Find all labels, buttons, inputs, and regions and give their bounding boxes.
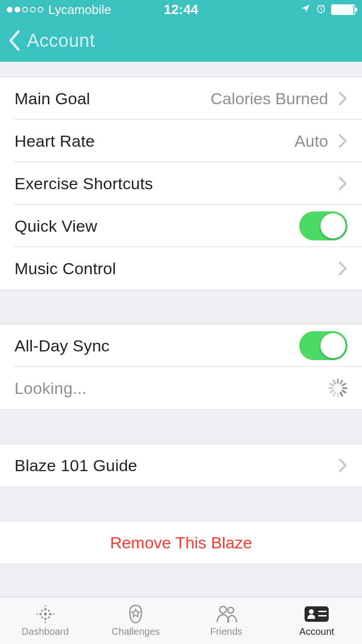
alarm-icon (316, 2, 326, 17)
status-left: Lycamobile (7, 2, 111, 17)
row-label: Heart Rate (14, 132, 294, 151)
clock-label: 12:44 (164, 2, 198, 17)
svg-point-17 (309, 609, 314, 614)
quick-view-toggle[interactable] (299, 211, 348, 240)
page-title: Account (27, 30, 95, 51)
row-value: Auto (294, 132, 328, 151)
svg-point-4 (39, 613, 42, 616)
svg-point-15 (228, 607, 234, 613)
challenges-icon (123, 604, 149, 624)
chevron-right-icon (338, 91, 348, 106)
svg-point-10 (44, 605, 46, 606)
tab-bar: Dashboard Challenges Friends (0, 597, 362, 644)
remove-group: Remove This Blaze (0, 521, 362, 564)
svg-point-14 (220, 606, 226, 613)
tab-account[interactable]: Account (272, 597, 362, 644)
guide-group: Blaze 101 Guide (0, 444, 362, 487)
settings-group: Main Goal Calories Burned Heart Rate Aut… (0, 77, 362, 290)
row-blaze-guide[interactable]: Blaze 101 Guide (0, 444, 362, 487)
chevron-right-icon (338, 176, 348, 191)
tab-label: Account (299, 626, 334, 637)
row-label: Blaze 101 Guide (14, 456, 335, 475)
tab-challenges[interactable]: Challenges (91, 597, 181, 644)
battery-icon (331, 4, 355, 15)
row-quick-view: Quick View (0, 205, 362, 247)
remove-device-button[interactable]: Remove This Blaze (0, 521, 362, 564)
svg-rect-16 (305, 606, 329, 622)
svg-point-12 (36, 613, 38, 615)
svg-point-1 (44, 613, 47, 616)
friends-icon (213, 604, 239, 624)
svg-rect-18 (318, 611, 327, 612)
svg-point-6 (41, 610, 43, 612)
row-main-goal[interactable]: Main Goal Calories Burned (0, 77, 362, 120)
svg-point-13 (53, 613, 54, 615)
loading-spinner-icon (328, 378, 348, 398)
tab-label: Challenges (111, 626, 160, 637)
nav-bar: Account (0, 19, 362, 62)
chevron-right-icon (338, 458, 348, 473)
back-button[interactable] (7, 29, 22, 52)
tab-friends[interactable]: Friends (181, 597, 272, 644)
svg-rect-19 (318, 615, 327, 616)
status-right (300, 2, 355, 17)
row-label: All-Day Sync (14, 336, 299, 355)
account-icon (304, 604, 330, 624)
row-label: Music Control (14, 259, 335, 278)
tab-label: Dashboard (22, 626, 69, 637)
status-bar: Lycamobile 12:44 (0, 0, 362, 19)
svg-point-2 (44, 608, 46, 611)
row-heart-rate[interactable]: Heart Rate Auto (0, 120, 362, 162)
row-exercise-shortcuts[interactable]: Exercise Shortcuts (0, 162, 362, 205)
sync-group: All-Day Sync Looking... (0, 324, 362, 410)
location-icon (300, 2, 311, 17)
row-value: Calories Burned (210, 89, 328, 108)
row-label: Main Goal (14, 89, 210, 108)
row-label: Exercise Shortcuts (14, 174, 335, 193)
svg-point-5 (49, 613, 51, 616)
row-label: Quick View (14, 217, 299, 236)
all-day-sync-toggle[interactable] (299, 331, 348, 360)
carrier-label: Lycamobile (48, 2, 111, 17)
svg-point-9 (48, 616, 50, 618)
tab-label: Friends (210, 626, 242, 637)
row-looking: Looking... (0, 367, 362, 409)
row-all-day-sync: All-Day Sync (0, 324, 362, 367)
svg-point-11 (44, 621, 46, 623)
tab-dashboard[interactable]: Dashboard (0, 597, 91, 644)
svg-point-7 (48, 610, 50, 612)
svg-point-8 (41, 616, 43, 618)
row-label: Remove This Blaze (110, 533, 252, 552)
signal-strength-icon (7, 7, 43, 13)
row-label: Looking... (14, 379, 328, 398)
chevron-right-icon (338, 261, 348, 276)
dashboard-icon (32, 604, 58, 624)
chevron-right-icon (338, 133, 348, 149)
row-music-control[interactable]: Music Control (0, 247, 362, 290)
svg-point-3 (44, 618, 46, 620)
